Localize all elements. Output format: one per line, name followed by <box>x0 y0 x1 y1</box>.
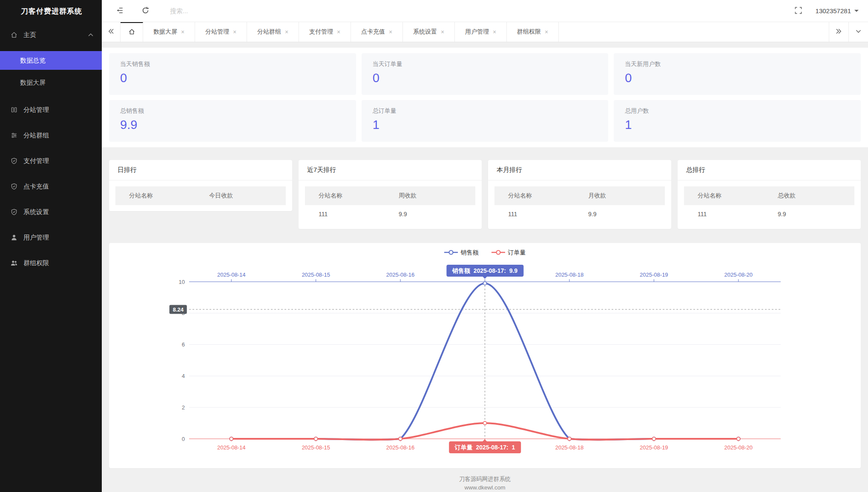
stats-panel: 当天销售额0当天订单量0当天新用户数0总销售额9.9总订单量1总用户数1 <box>102 48 868 147</box>
data-point-marker <box>230 437 233 441</box>
chart-tooltip: 销售额 2025-08-17: 9.9 <box>446 265 523 277</box>
tabbar-filler <box>559 22 829 42</box>
sidebar-item-home[interactable]: 主页 <box>0 22 102 48</box>
stat-value: 9.9 <box>120 118 345 132</box>
ranking-card: 日排行分站名称今日收款 <box>109 160 292 211</box>
table-header-cell: 今日收款 <box>209 192 286 200</box>
sidebar-item-label: 数据总览 <box>20 57 46 65</box>
tabs-scroll-left-button[interactable] <box>102 22 121 42</box>
tab-bar: 数据大屏×分站管理×分站群组×支付管理×点卡充值×系统设置×用户管理×群组权限× <box>102 22 868 42</box>
tab-item[interactable]: 分站管理× <box>195 22 247 42</box>
table-header-cell: 月收款 <box>588 192 665 200</box>
user-id: 1302357281 <box>816 7 851 14</box>
sidebar-item-system-settings[interactable]: 系统设置 <box>0 199 102 225</box>
columns-icon <box>10 106 18 114</box>
y-axis-label: 4 <box>182 373 185 379</box>
stats-grid: 当天销售额0当天订单量0当天新用户数0总销售额9.9总订单量1总用户数1 <box>109 53 861 142</box>
tab-close-icon[interactable]: × <box>337 29 340 35</box>
user-menu[interactable]: 1302357281 <box>816 7 859 14</box>
table-row: 1119.9 <box>684 205 854 223</box>
fullscreen-button[interactable] <box>790 3 807 20</box>
sidebar-item-site-manage[interactable]: 分站管理 <box>0 97 102 123</box>
tab-close-icon[interactable]: × <box>441 29 444 35</box>
stat-value: 0 <box>373 71 598 85</box>
caret-down-icon <box>854 10 859 14</box>
stat-tile: 总销售额9.9 <box>109 100 356 142</box>
stat-tile: 当天订单量0 <box>362 53 609 95</box>
legend-item[interactable]: 销售额 <box>444 249 479 257</box>
sidebar-item-data-screen[interactable]: 数据大屏 <box>0 73 102 92</box>
tab-label: 分站群组 <box>257 28 281 36</box>
sidebar-item-group-permission[interactable]: 群组权限 <box>0 250 102 276</box>
users-icon <box>10 259 18 267</box>
data-point-marker <box>314 437 318 441</box>
ranking-card: 本月排行分站名称月收款1119.9 <box>488 160 671 229</box>
app-title: 刀客付费进群系统 <box>0 0 102 22</box>
sidebar-item-label: 系统设置 <box>23 208 49 216</box>
tab-close-icon[interactable]: × <box>285 29 288 35</box>
tabs-scroll-right-button[interactable] <box>829 22 848 42</box>
table-cell: 111 <box>494 211 588 217</box>
tab-item[interactable]: 点卡充值× <box>351 22 403 42</box>
top-x-axis-label: 2025-08-19 <box>640 272 668 278</box>
shield-check-icon <box>10 183 18 190</box>
chart-tooltip-text: 销售额 2025-08-17: 9.9 <box>452 267 517 274</box>
tab-item[interactable]: 系统设置× <box>403 22 455 42</box>
legend-marker-icon <box>444 249 458 256</box>
ranking-card-title: 近7天排行 <box>299 160 482 180</box>
chevron-down-icon <box>855 28 862 36</box>
chart-card: 02468102025-08-142025-08-142025-08-15202… <box>109 243 861 468</box>
sidebar-item-user-manage[interactable]: 用户管理 <box>0 225 102 250</box>
tab-item[interactable]: 分站群组× <box>247 22 299 42</box>
stat-tile: 当天销售额0 <box>109 53 356 95</box>
main-area: 1302357281 数据大屏×分站管理×分站群组×支付管理×点卡充值×系统设置… <box>102 0 868 492</box>
tab-label: 群组权限 <box>517 28 541 36</box>
axis-pointer-value: 8.24 <box>173 306 184 312</box>
y-axis-label: 0 <box>182 436 185 442</box>
ranking-card-title: 总排行 <box>678 160 861 180</box>
sidebar-item-pay-manage[interactable]: 支付管理 <box>0 148 102 174</box>
legend-item[interactable]: 订单量 <box>491 249 526 257</box>
tab-item[interactable]: 支付管理× <box>299 22 351 42</box>
sidebar-item-data-overview[interactable]: 数据总览 <box>0 51 102 70</box>
table-header-cell: 分站名称 <box>494 192 588 200</box>
top-x-axis-label: 2025-08-20 <box>724 272 753 278</box>
collapse-sidebar-button[interactable] <box>111 3 128 20</box>
search-input[interactable] <box>170 7 323 14</box>
refresh-button[interactable] <box>137 3 154 20</box>
sidebar-item-label: 群组权限 <box>23 259 49 267</box>
sidebar-item-card-recharge[interactable]: 点卡充值 <box>0 174 102 199</box>
table-header-cell: 分站名称 <box>684 192 778 200</box>
stat-tile: 当天新用户数0 <box>614 53 861 95</box>
tab-label: 分站管理 <box>205 28 229 36</box>
bottom-x-axis-label: 2025-08-16 <box>386 444 415 451</box>
ranking-table: 分站名称月收款1119.9 <box>488 180 671 229</box>
tab-close-icon[interactable]: × <box>545 29 548 35</box>
bottom-x-axis-label: 2025-08-15 <box>302 444 330 451</box>
ranking-card: 近7天排行分站名称周收款1119.9 <box>299 160 482 229</box>
tab-close-icon[interactable]: × <box>233 29 236 35</box>
chart-tooltip: 订单量 2025-08-17: 1 <box>449 441 521 453</box>
sidebar-item-site-group[interactable]: 分站群组 <box>0 123 102 148</box>
stat-label: 当天新用户数 <box>625 60 850 68</box>
chart-legend: 销售额订单量 <box>109 249 861 257</box>
tab-item[interactable]: 数据大屏× <box>143 22 195 42</box>
tab-close-icon[interactable]: × <box>493 29 496 35</box>
tab-close-icon[interactable]: × <box>181 29 184 35</box>
table-row: 1119.9 <box>494 205 665 223</box>
tab-close-icon[interactable]: × <box>389 29 392 35</box>
tab-item[interactable]: 群组权限× <box>507 22 559 42</box>
top-x-axis-label: 2025-08-15 <box>302 272 330 278</box>
chart-tooltip-text: 订单量 2025-08-17: 1 <box>455 444 515 451</box>
user-icon <box>10 234 18 241</box>
top-x-axis-label: 2025-08-18 <box>555 272 584 278</box>
ranking-table: 分站名称总收款1119.9 <box>678 180 861 229</box>
data-point-marker <box>483 421 487 425</box>
tab-item[interactable]: 用户管理× <box>455 22 507 42</box>
tooltip-arrow <box>482 276 487 281</box>
double-chevron-right-icon <box>835 28 842 36</box>
tab-home[interactable] <box>121 22 143 42</box>
double-chevron-left-icon <box>107 28 115 36</box>
tabs-dropdown-button[interactable] <box>848 22 868 42</box>
topbar: 1302357281 <box>102 0 868 22</box>
